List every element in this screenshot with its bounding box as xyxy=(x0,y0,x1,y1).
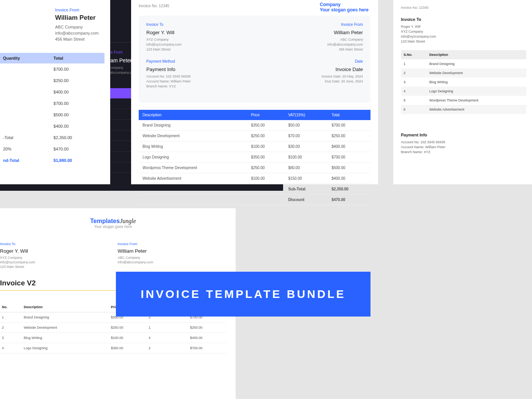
table-row: Website Development$250.00$70.00$250.00 xyxy=(139,131,370,141)
table-row: Wordpress Theme Development$250.00$80.00… xyxy=(139,163,370,173)
table-row: 3Blog Writing xyxy=(401,78,526,87)
table-row: 2Website Development xyxy=(401,68,526,78)
logo: CompanyYour slogan goes here xyxy=(320,2,369,13)
col-qty: Quantity xyxy=(0,53,51,63)
from-label: Invoice From xyxy=(55,8,104,12)
table-row: $700.00 xyxy=(0,63,104,75)
table-row: 4Logo Designing xyxy=(401,87,526,96)
table-row: Logo Designing$350.00$100.00$700.00 xyxy=(139,152,370,163)
title-banner: INVOICE TEMPLATE BUNDLE xyxy=(116,272,370,317)
from-name: William Peter xyxy=(55,14,104,22)
table-row: Website Advertisement$100.00$150.00$400.… xyxy=(139,173,370,184)
col-total: Total xyxy=(51,53,104,63)
from-email: info@abccompany.com xyxy=(55,31,104,35)
table-row: 6Website Advertisement xyxy=(401,105,526,114)
table-row: 5Wordpress Theme Development xyxy=(401,96,526,105)
invoice-v1-left: Invoice From William Peter ABC Company i… xyxy=(0,0,110,184)
d4-rows: 1Brand Designing$350.002$700.002Website … xyxy=(0,312,226,353)
totals-table: QuantityTotal $700.00$250.00$400.00$700.… xyxy=(0,53,104,166)
table-row: $400.00 xyxy=(0,120,104,132)
d3-rows: 1Brand Designing2Website Development3Blo… xyxy=(401,59,526,114)
items-table: DescriptionPriceVAT(15%)Total Brand Desi… xyxy=(139,110,370,205)
info-panel: Invoice To Roger Y. Will XYZ Company inf… xyxy=(139,16,370,103)
table-row: Brand Designing$350.00$50.00$700.00 xyxy=(139,120,370,131)
table-row: 4Logo Designing$350.002$700.00 xyxy=(0,343,226,353)
table-row: 2Website Development$250.001$250.00 xyxy=(0,323,226,333)
banner-text: INVOICE TEMPLATE BUNDLE xyxy=(141,288,345,301)
from-street: 456 Main Street xyxy=(55,37,104,41)
logo: TemplatesJungle Your slogan goes here xyxy=(0,218,226,229)
from-company: ABC Company xyxy=(55,25,104,29)
d3-head: S.No.Description xyxy=(401,50,526,59)
d1-rows: $700.00$250.00$400.00$700.00$500.00$400.… xyxy=(0,63,104,132)
d2-head: DescriptionPriceVAT(15%)Total xyxy=(139,110,370,120)
invoice-right: Invoice No: 12345 Invoice To Roger Y. Wi… xyxy=(393,0,532,184)
table-row: $500.00 xyxy=(0,109,104,120)
table-row: $250.00 xyxy=(0,75,104,86)
table-row: 3Blog Writing$100.004$400.00 xyxy=(0,333,226,343)
items-table: S.No.Description 1Brand Designing2Websit… xyxy=(401,50,526,123)
table-row: $700.00 xyxy=(0,98,104,109)
table-row: $400.00 xyxy=(0,86,104,98)
table-row: Blog Writing$100.00$30.00$400.00 xyxy=(139,141,370,152)
invoice-center: Invoice No: 12345 CompanyYour slogan goe… xyxy=(131,0,378,184)
d2-rows: Brand Designing$350.00$50.00$700.00Websi… xyxy=(139,120,370,184)
table-row: 1Brand Designing xyxy=(401,59,526,68)
